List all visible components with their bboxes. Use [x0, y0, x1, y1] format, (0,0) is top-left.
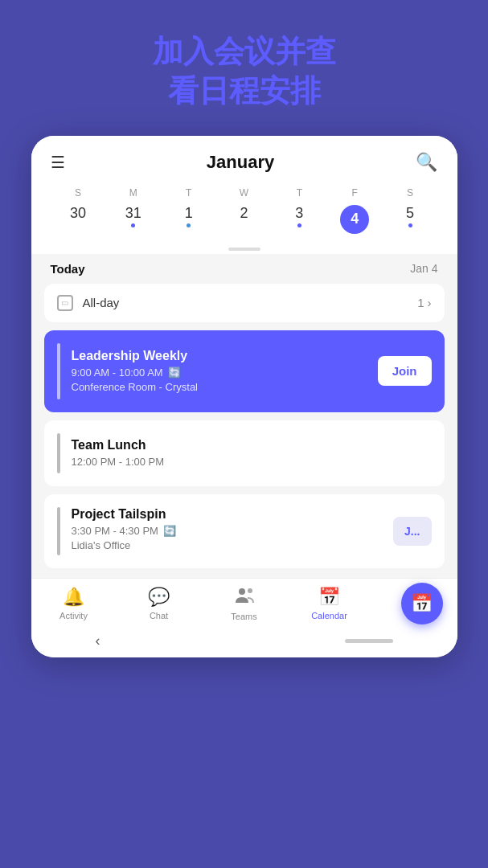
date-row: 30 31 1 2 3 [51, 205, 438, 240]
date-5[interactable]: 5 [383, 205, 438, 240]
leadership-recur-icon: 🔄 [168, 366, 181, 379]
allday-text: All-day [83, 296, 120, 309]
tailspin-time: 3:30 PM - 4:30 PM 🔄 [72, 525, 176, 537]
svg-point-1 [248, 588, 252, 593]
chat-icon: 💬 [148, 587, 170, 608]
hero-line2: 看日程安排 [168, 74, 321, 108]
allday-card[interactable]: ▭ All-day 1 › [44, 284, 445, 322]
dow-mon: M [105, 186, 161, 200]
tailspin-join-button[interactable]: J... [393, 517, 431, 546]
dow-sun: S [51, 186, 106, 200]
calendar-nav-label: Calendar [311, 611, 347, 620]
hero-text: 加入会议并查 看日程安排 [153, 32, 336, 112]
dow-fri: F [327, 186, 383, 200]
tailspin-title: Project Tailspin [72, 507, 176, 522]
today-header: Today Jan 4 [31, 254, 457, 284]
leadership-time: 9:00 AM - 10:00 AM 🔄 [72, 366, 378, 379]
leadership-event-card[interactable]: Leadership Weekly 9:00 AM - 10:00 AM 🔄 C… [44, 330, 445, 412]
chat-label: Chat [150, 611, 168, 620]
allday-right: 1 › [417, 296, 431, 309]
today-circle: 4 [340, 205, 369, 234]
leadership-time-value: 9:00 AM - 10:00 AM [72, 366, 163, 379]
tailspin-content: Project Tailspin 3:30 PM - 4:30 PM 🔄 Lid… [72, 507, 176, 551]
allday-chevron: › [428, 296, 432, 309]
calendar-header: ☰ January 🔍 S M T W T F S 30 31 [31, 136, 457, 254]
dow-wed: W [216, 186, 272, 200]
teams-label: Teams [231, 612, 256, 621]
nav-item-teams[interactable]: Teams [216, 587, 273, 621]
activity-icon: 🔔 [63, 587, 84, 608]
days-of-week-row: S M T W T F S [51, 186, 438, 200]
leadership-title: Leadership Weekly [72, 349, 378, 363]
back-arrow[interactable]: ‹ [96, 633, 100, 649]
allday-left: ▭ All-day [57, 295, 120, 311]
nav-item-calendar[interactable]: 📅 Calendar [301, 587, 358, 620]
nav-item-chat[interactable]: 💬 Chat [131, 587, 187, 620]
add-event-fab[interactable]: 📅 [401, 583, 443, 624]
scroll-indicator [51, 243, 438, 254]
today-date-value: Jan 4 [410, 262, 437, 275]
tailspin-bar [57, 507, 60, 555]
date-1[interactable]: 1 [161, 205, 216, 240]
dow-sat: S [383, 186, 438, 200]
allday-count: 1 [417, 296, 424, 309]
home-bar: ‹ [31, 626, 457, 657]
top-background: 加入会议并查 看日程安排 [0, 0, 488, 136]
teams-icon [234, 587, 255, 608]
leadership-content: Leadership Weekly 9:00 AM - 10:00 AM 🔄 C… [72, 349, 378, 393]
tailspin-recur-icon: 🔄 [163, 525, 176, 537]
allday-icon: ▭ [57, 295, 73, 311]
svg-point-0 [239, 588, 245, 595]
lunch-time: 12:00 PM - 1:00 PM [72, 456, 165, 468]
scroll-bar [228, 248, 260, 251]
dow-tue: T [161, 186, 216, 200]
events-area: ▭ All-day 1 › Leadership Weekly 9:00 AM … [31, 284, 457, 578]
tailspin-event-card[interactable]: Project Tailspin 3:30 PM - 4:30 PM 🔄 Lid… [44, 494, 445, 568]
leadership-join-button[interactable]: Join [378, 356, 432, 386]
tailspin-left: Project Tailspin 3:30 PM - 4:30 PM 🔄 Lid… [57, 507, 383, 555]
today-label: Today [51, 262, 85, 276]
date-4-today[interactable]: 4 [327, 205, 383, 240]
calendar-month-title: January [207, 152, 274, 173]
phone-card: ☰ January 🔍 S M T W T F S 30 31 [31, 136, 457, 657]
nav-item-activity[interactable]: 🔔 Activity [46, 587, 102, 620]
date-3[interactable]: 3 [272, 205, 327, 240]
search-icon[interactable]: 🔍 [416, 152, 437, 173]
lunch-title: Team Lunch [72, 438, 165, 452]
dow-thu: T [272, 186, 327, 200]
team-lunch-card[interactable]: Team Lunch 12:00 PM - 1:00 PM [44, 420, 445, 486]
home-pill[interactable] [345, 639, 393, 643]
calendar-top-row: ☰ January 🔍 [51, 152, 438, 173]
lunch-content: Team Lunch 12:00 PM - 1:00 PM [72, 438, 165, 468]
bottom-navigation: 🔔 Activity 💬 Chat Teams 📅 Calendar ••• [31, 578, 457, 626]
lunch-bar [57, 433, 60, 473]
date-30[interactable]: 30 [51, 205, 106, 240]
date-31[interactable]: 31 [105, 205, 161, 240]
tailspin-location: Lidia's Office [72, 539, 176, 551]
tailspin-time-value: 3:30 PM - 4:30 PM [72, 525, 158, 537]
hero-line1: 加入会议并查 [153, 35, 336, 68]
date-2[interactable]: 2 [216, 205, 272, 240]
leadership-bar [57, 343, 60, 399]
leadership-location: Conference Room - Crystal [72, 381, 378, 393]
menu-icon[interactable]: ☰ [51, 153, 65, 172]
activity-label: Activity [59, 611, 88, 620]
calendar-icon: 📅 [318, 587, 340, 608]
